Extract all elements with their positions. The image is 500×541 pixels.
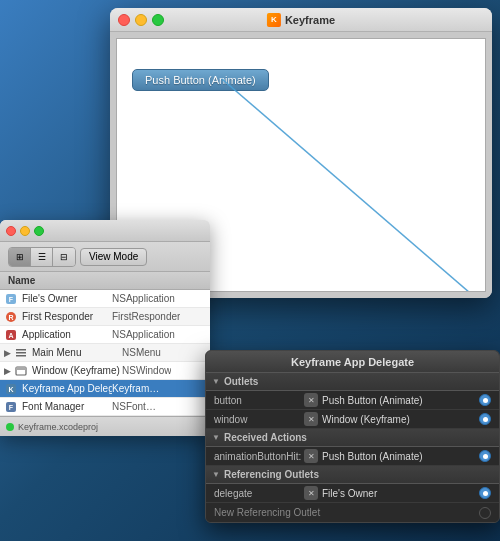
- maximize-button[interactable]: [152, 14, 164, 26]
- keyframe-icon: K: [267, 13, 281, 27]
- row-value: NSApplication: [112, 329, 175, 340]
- svg-text:K: K: [8, 386, 13, 393]
- row-name: Window (Keyframe): [32, 365, 122, 376]
- action-remove[interactable]: ✕: [304, 449, 318, 463]
- row-value: FirstResponder: [112, 311, 180, 322]
- svg-rect-7: [16, 349, 26, 351]
- outlet-window-row[interactable]: window ✕ Window (Keyframe): [206, 410, 499, 429]
- outlet-button-remove[interactable]: ✕: [304, 393, 318, 407]
- close-button[interactable]: [118, 14, 130, 26]
- table-row[interactable]: ▶ Window (Keyframe) NSWindow: [0, 362, 210, 380]
- ref-outlet-radio[interactable]: [479, 487, 491, 499]
- row-name: File's Owner: [22, 293, 112, 304]
- ref-outlet-value: File's Owner: [322, 488, 479, 499]
- grid-view-button[interactable]: ⊞: [9, 248, 31, 266]
- svg-text:F: F: [9, 296, 14, 303]
- status-indicator: [6, 423, 14, 431]
- font-manager-icon: F: [4, 400, 18, 414]
- table-row[interactable]: R First Responder FirstResponder: [0, 308, 210, 326]
- table-row[interactable]: ▶ Main Menu NSMenu: [0, 344, 210, 362]
- inspector-minimize[interactable]: [20, 226, 30, 236]
- row-name: Keyframe App Delegate: [22, 383, 112, 394]
- inspector-title-bar: [0, 220, 210, 242]
- view-mode-buttons[interactable]: ⊞ ☰ ⊟: [8, 247, 76, 267]
- minimize-button[interactable]: [135, 14, 147, 26]
- svg-text:F: F: [9, 404, 14, 411]
- outlets-label: Outlets: [224, 376, 258, 387]
- table-row[interactable]: F Font Manager NSFont…: [0, 398, 210, 416]
- row-value: NSFont…: [112, 401, 156, 412]
- outlet-window-value: Window (Keyframe): [322, 414, 479, 425]
- inspector-traffic-lights[interactable]: [6, 226, 44, 236]
- outlet-button-radio[interactable]: [479, 394, 491, 406]
- delegate-panel: Keyframe App Delegate ▼ Outlets button ✕…: [205, 350, 500, 523]
- received-actions-label: Received Actions: [224, 432, 307, 443]
- name-column-header: Name: [8, 275, 35, 286]
- row-value: NSApplication: [112, 293, 175, 304]
- files-owner-icon: F: [4, 292, 18, 306]
- svg-line-0: [222, 79, 477, 291]
- action-radio[interactable]: [479, 450, 491, 462]
- row-name: Application: [22, 329, 112, 340]
- outlet-button-name: button: [214, 395, 304, 406]
- inspector-footer: Keyframe.xcodeproj: [0, 416, 210, 436]
- application-icon: A: [4, 328, 18, 342]
- svg-rect-8: [16, 352, 26, 354]
- main-menu-icon: [14, 346, 28, 360]
- outlet-window-remove[interactable]: ✕: [304, 412, 318, 426]
- row-value: NSMenu: [122, 347, 161, 358]
- new-ref-radio[interactable]: [479, 507, 491, 519]
- row-name: First Responder: [22, 311, 112, 322]
- file-inspector: ⊞ ☰ ⊟ View Mode Name F File's Owner NSAp…: [0, 220, 210, 436]
- window-title: K Keyframe: [267, 13, 335, 27]
- inspector-toolbar: ⊞ ☰ ⊟ View Mode: [0, 242, 210, 272]
- outlet-window-name: window: [214, 414, 304, 425]
- expand-arrow[interactable]: ▶: [4, 348, 14, 358]
- svg-rect-9: [16, 355, 26, 357]
- row-value: Keyfram…: [112, 383, 159, 394]
- table-row[interactable]: A Application NSApplication: [0, 326, 210, 344]
- inspector-close[interactable]: [6, 226, 16, 236]
- inspector-maximize[interactable]: [34, 226, 44, 236]
- first-responder-icon: R: [4, 310, 18, 324]
- outlet-window-radio[interactable]: [479, 413, 491, 425]
- push-button-animate[interactable]: Push Button (Animate): [132, 69, 269, 91]
- svg-text:A: A: [8, 332, 13, 339]
- delegate-icon: K: [4, 382, 18, 396]
- column-view-button[interactable]: ⊟: [53, 248, 75, 266]
- outlet-button-value: Push Button (Animate): [322, 395, 479, 406]
- delegate-panel-title: Keyframe App Delegate: [206, 351, 499, 373]
- row-value: NSWindow: [122, 365, 171, 376]
- action-name: animationButtonHit:: [214, 451, 304, 462]
- referencing-outlet-row[interactable]: delegate ✕ File's Owner: [206, 484, 499, 503]
- new-referencing-outlet-row[interactable]: New Referencing Outlet: [206, 503, 499, 522]
- traffic-lights[interactable]: [118, 14, 164, 26]
- ref-outlet-remove[interactable]: ✕: [304, 486, 318, 500]
- table-row[interactable]: K Keyframe App Delegate Keyfram…: [0, 380, 210, 398]
- section-collapse-icon[interactable]: ▼: [212, 433, 220, 442]
- referencing-outlets-label: Referencing Outlets: [224, 469, 319, 480]
- keyframe-title-bar: K Keyframe: [110, 8, 492, 32]
- footer-label: Keyframe.xcodeproj: [18, 422, 98, 432]
- table-row[interactable]: F File's Owner NSApplication: [0, 290, 210, 308]
- inspector-column-header: Name: [0, 272, 210, 290]
- outlets-section-header: ▼ Outlets: [206, 373, 499, 391]
- section-collapse-icon[interactable]: ▼: [212, 377, 220, 386]
- svg-text:R: R: [8, 314, 13, 321]
- outlet-button-row[interactable]: button ✕ Push Button (Animate): [206, 391, 499, 410]
- inspector-rows: F File's Owner NSApplication R First Res…: [0, 290, 210, 416]
- row-name: Font Manager: [22, 401, 112, 412]
- new-ref-label: New Referencing Outlet: [214, 507, 320, 518]
- list-view-button[interactable]: ☰: [31, 248, 53, 266]
- window-icon: [14, 364, 28, 378]
- referencing-outlets-section-header: ▼ Referencing Outlets: [206, 466, 499, 484]
- ref-outlet-name: delegate: [214, 488, 304, 499]
- svg-rect-11: [16, 367, 26, 370]
- received-action-row[interactable]: animationButtonHit: ✕ Push Button (Anima…: [206, 447, 499, 466]
- received-actions-section-header: ▼ Received Actions: [206, 429, 499, 447]
- expand-arrow[interactable]: ▶: [4, 366, 14, 376]
- action-value: Push Button (Animate): [322, 451, 479, 462]
- row-name: Main Menu: [32, 347, 122, 358]
- section-collapse-icon[interactable]: ▼: [212, 470, 220, 479]
- view-mode-label-button[interactable]: View Mode: [80, 248, 147, 266]
